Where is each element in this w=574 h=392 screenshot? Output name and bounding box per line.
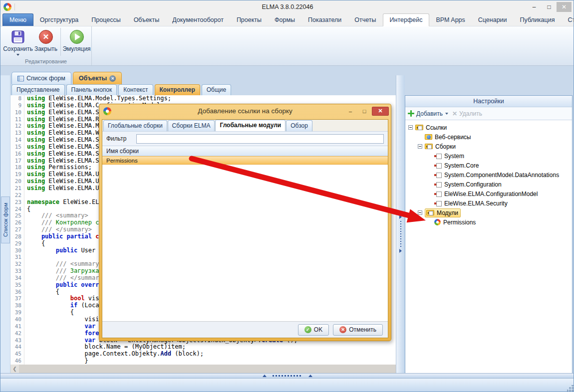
code-token: block.Name = (MyObject)item;: [27, 344, 186, 351]
code-token: using: [27, 137, 45, 144]
collapse-right-icon[interactable]: [399, 249, 402, 253]
scroll-left-icon[interactable]: ❮: [10, 365, 19, 373]
filter-input[interactable]: [136, 134, 384, 144]
add-button[interactable]: Добавить: [416, 110, 443, 117]
chevron-down-icon: [16, 54, 19, 56]
ribbon-tab-Документооборот[interactable]: Документооборот: [166, 14, 230, 26]
sub-tab-Контроллер[interactable]: Контроллер: [155, 84, 200, 95]
ribbon-tab-BPM Apps[interactable]: BPM Apps: [429, 14, 471, 26]
splitter-grip[interactable]: [273, 375, 302, 377]
tree-item-System[interactable]: System: [405, 151, 572, 161]
sub-tab-Панель кнопок[interactable]: Панель кнопок: [66, 84, 117, 95]
minimize-button[interactable]: –: [527, 2, 542, 12]
collapse-right-icon[interactable]: [399, 215, 402, 219]
ribbon: Сохранить ✕ Закрыть Эмуляция Редактирова…: [0, 26, 574, 66]
ribbon-tab-Показатели[interactable]: Показатели: [301, 14, 348, 26]
tree-item-EleWise.ELMA.Security[interactable]: EleWise.ELMA.Security: [405, 198, 572, 208]
ribbon-tab-Формы[interactable]: Формы: [268, 14, 301, 26]
ribbon-tab-Процессы[interactable]: Процессы: [85, 14, 127, 26]
code-token: visibl: [27, 316, 106, 323]
close-button[interactable]: ✕: [557, 2, 572, 12]
splitter-grip[interactable]: [400, 221, 401, 247]
ribbon-tab-Оргструктура[interactable]: Оргструктура: [33, 14, 85, 26]
document-tabs: Список форм Объекты ✕: [11, 72, 122, 84]
tree-indent: [427, 173, 432, 177]
status-bar: [0, 379, 574, 392]
dialog-tab-Обзор[interactable]: Обзор: [286, 120, 312, 131]
refs-icon: [426, 210, 434, 215]
ok-button[interactable]: ✓ OK: [298, 324, 329, 336]
resize-grip[interactable]: [567, 385, 574, 392]
dialog-maximize-button[interactable]: □: [358, 107, 371, 116]
save-button[interactable]: Сохранить: [3, 28, 32, 56]
sub-tab-Общие[interactable]: Общие: [202, 84, 231, 95]
horizontal-splitter[interactable]: [0, 373, 574, 379]
tree-item-Permissions[interactable]: Permissions: [405, 217, 572, 227]
line-number: 43: [10, 337, 24, 344]
line-number: 19: [10, 171, 24, 178]
vertical-splitter[interactable]: [396, 75, 405, 373]
ribbon-group-editing: Сохранить ✕ Закрыть Эмуляция Редактирова…: [0, 26, 92, 65]
tree-item-Ссылки[interactable]: Ссылки: [405, 123, 572, 132]
code-token: {: [27, 206, 30, 213]
code-token: var: [85, 337, 96, 344]
delete-button[interactable]: Удалить: [459, 110, 482, 117]
add-icon: [408, 110, 414, 117]
dialog-tab-Глобальные сборки[interactable]: Глобальные сборки: [103, 120, 167, 131]
cancel-button-label: Отменить: [349, 326, 376, 333]
tree-item-label: Веб-сервисы: [435, 134, 471, 141]
line-number: 23: [10, 199, 24, 206]
line-number: 11: [10, 116, 24, 123]
ribbon-tab-Проекты[interactable]: Проекты: [230, 14, 268, 26]
tree-item-Модули[interactable]: Модули: [405, 208, 572, 217]
tree-selection: Модули: [425, 208, 461, 217]
collapse-up-icon[interactable]: [308, 375, 312, 377]
tree-indent: [427, 163, 432, 168]
sub-tab-Представление[interactable]: Представление: [11, 84, 65, 95]
expander-collapse-icon[interactable]: [418, 144, 422, 149]
expander-collapse-icon[interactable]: [408, 125, 413, 130]
ribbon-tab-Стиль[interactable]: Стиль: [561, 14, 574, 26]
code-token: EleWise.ELMA.Sec: [45, 137, 106, 144]
assembly-row[interactable]: Permissions: [102, 156, 388, 165]
tree-item-Веб-сервисы[interactable]: Веб-сервисы: [405, 132, 572, 142]
maximize-button[interactable]: □: [542, 2, 557, 12]
dialog-tab-Глобальные модули[interactable]: Глобальные модули: [215, 120, 286, 131]
tree-item-label: System.Core: [444, 162, 479, 169]
references-tree: СсылкиВеб-сервисыСборкиSystemSystem.Core…: [405, 120, 572, 227]
tree-item-Сборки[interactable]: Сборки: [405, 142, 572, 151]
dialog-tab-Сборки ELMA[interactable]: Сборки ELMA: [168, 120, 215, 131]
sub-tab-Контекст[interactable]: Контекст: [118, 84, 153, 95]
ribbon-tab-Сценарии[interactable]: Сценарии: [472, 14, 514, 26]
chevron-down-icon[interactable]: [445, 113, 448, 115]
code-token: ///: [27, 268, 70, 275]
ribbon-tab-Публикация[interactable]: Публикация: [514, 14, 562, 26]
ribbon-tab-Меню[interactable]: Меню: [2, 13, 33, 26]
code-token: using: [27, 116, 45, 123]
tree-item-EleWise.ELMA.ConfigurationModel[interactable]: EleWise.ELMA.ConfigurationModel: [405, 189, 572, 198]
code-token: using: [27, 130, 45, 137]
tab-list-forms[interactable]: Список форм: [11, 72, 71, 84]
cancel-button[interactable]: ✕ Отменить: [333, 324, 383, 336]
tree-node: System: [434, 153, 464, 160]
close-tab-button[interactable]: ✕ Закрыть: [32, 28, 59, 56]
collapse-up-icon[interactable]: [263, 375, 267, 377]
tree-item-System.Configuration[interactable]: System.Configuration: [405, 180, 572, 189]
code-token: using: [27, 178, 45, 185]
column-header-assembly-name[interactable]: Имя сборки: [102, 146, 388, 156]
ribbon-tab-Объекты[interactable]: Объекты: [127, 14, 166, 26]
tree-item-System.Core[interactable]: System.Core: [405, 161, 572, 170]
emulation-button[interactable]: Эмуляция: [60, 28, 89, 56]
ribbon-tab-Интерфейс[interactable]: Интерфейс: [383, 13, 430, 26]
dialog-close-button[interactable]: ✕: [372, 107, 389, 116]
tab-objects[interactable]: Объекты ✕: [73, 72, 122, 84]
dialog-minimize-button[interactable]: –: [344, 107, 357, 116]
line-number: 29: [10, 240, 24, 247]
expander-collapse-icon[interactable]: [418, 210, 422, 215]
horizontal-scrollbar[interactable]: ❮: [10, 365, 396, 373]
tree-item-System.ComponentModel.DataAnnotations[interactable]: System.ComponentModel.DataAnnotations: [405, 170, 572, 180]
tab-close-icon[interactable]: ✕: [109, 75, 116, 82]
docked-tab-list-forms[interactable]: Список форм: [1, 196, 10, 243]
code-token: /// <summary>: [27, 212, 88, 219]
ribbon-tab-Отчеты[interactable]: Отчеты: [348, 14, 382, 26]
